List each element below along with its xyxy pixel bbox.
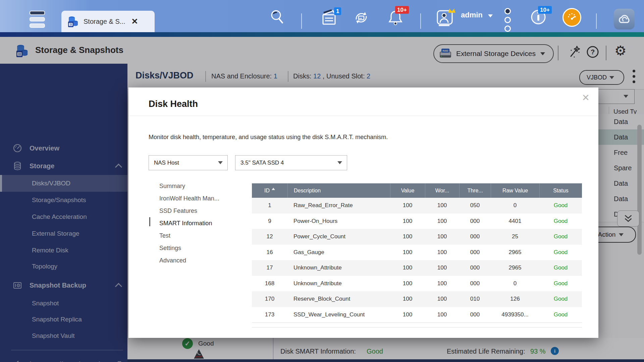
close-icon[interactable]: ✕ xyxy=(582,92,590,103)
nav-active-bar xyxy=(149,217,150,226)
partial-next-row xyxy=(252,322,582,327)
myqnapcloud-icon[interactable] xyxy=(614,9,635,29)
nav-item-ssd-features[interactable]: SSD Features xyxy=(159,205,219,217)
disk-dropdown[interactable]: 3.5" SATA SSD 4 xyxy=(235,155,347,170)
tab-label: Storage & S... xyxy=(84,18,125,25)
resource-monitor-icon[interactable] xyxy=(562,8,581,27)
admin-avatar[interactable] xyxy=(436,9,455,26)
taskbar-divider xyxy=(596,13,597,29)
host-dropdown[interactable]: NAS Host xyxy=(149,155,228,170)
col-worst[interactable]: Wor... xyxy=(425,183,459,198)
nav-item-advanced[interactable]: Advanced xyxy=(159,254,219,267)
table-row[interactable]: 12Power_Cycle_Count10010000025Good xyxy=(252,229,582,245)
search-icon[interactable] xyxy=(268,8,286,25)
alerts-badge: 10+ xyxy=(395,6,409,14)
nav-item-summary[interactable]: Summary xyxy=(159,180,219,192)
table-row[interactable]: 9Power-On_Hours1001000004401Good xyxy=(252,214,582,229)
qts-desktop: Storage & S... ✕ 1 xyxy=(0,0,644,362)
smart-table: ID Description Value Wor... Thre... Raw … xyxy=(252,183,582,322)
storage-snapshots-app-icon xyxy=(66,15,79,28)
table-row[interactable]: 170Reserve_Block_Count100100010126Good xyxy=(252,291,582,307)
dialog-title: Disk Health xyxy=(149,99,198,109)
tasks-badge: 1 xyxy=(334,7,341,15)
admin-label: admin xyxy=(461,11,483,19)
taskbar-divider xyxy=(301,13,302,29)
main-menu-icon[interactable] xyxy=(30,11,45,30)
table-row[interactable]: 1Raw_Read_Error_Rate1001000500Good xyxy=(252,198,582,214)
table-row[interactable]: 173SSD_Wear_Leveling_Count10010000049393… xyxy=(252,307,582,323)
taskbar-divider xyxy=(420,13,421,29)
chevron-down-icon xyxy=(218,161,223,164)
col-status[interactable]: Status xyxy=(539,183,582,198)
chevron-down-icon xyxy=(337,161,342,164)
admin-menu[interactable]: admin xyxy=(461,11,493,19)
nav-item-test[interactable]: Test xyxy=(159,230,219,242)
sort-asc-icon xyxy=(272,188,275,190)
table-row[interactable]: 16Gas_Gauge1001000002965Good xyxy=(252,245,582,260)
more-options-icon[interactable] xyxy=(504,8,511,34)
sync-icon[interactable] xyxy=(352,8,371,27)
col-raw-value[interactable]: Raw Value xyxy=(491,183,539,198)
host-dropdown-value: NAS Host xyxy=(154,160,179,166)
nav-item-ironwolf[interactable]: IronWolf Health Man... xyxy=(159,192,219,205)
dialog-description: Monitor disk health, temperature, and us… xyxy=(149,134,388,141)
info-badge: 10+ xyxy=(538,6,552,14)
nav-item-smart-information[interactable]: SMART Information xyxy=(159,217,219,230)
table-row[interactable]: 17Unknown_Attribute1001000002965Good xyxy=(252,260,582,276)
smart-table-header: ID Description Value Wor... Thre... Raw … xyxy=(252,183,582,198)
col-description[interactable]: Description xyxy=(287,183,390,198)
chevron-down-icon xyxy=(488,14,493,17)
app-tab-storage-snapshots[interactable]: Storage & S... ✕ xyxy=(61,11,155,32)
col-value[interactable]: Value xyxy=(390,183,425,198)
dialog-nav: Summary IronWolf Health Man... SSD Featu… xyxy=(159,180,219,267)
nav-item-settings[interactable]: Settings xyxy=(159,242,219,254)
taskbar: Storage & S... ✕ 1 xyxy=(0,0,644,32)
disk-dropdown-value: 3.5" SATA SSD 4 xyxy=(240,160,284,166)
col-threshold[interactable]: Thre... xyxy=(459,183,491,198)
table-row[interactable]: 168Unknown_Attribute1001000000Good xyxy=(252,276,582,292)
tab-close-icon[interactable]: ✕ xyxy=(131,17,138,25)
dialog-header-divider xyxy=(128,116,598,116)
disk-health-dialog: Disk Health ✕ Monitor disk health, tempe… xyxy=(128,87,598,338)
col-id[interactable]: ID xyxy=(252,183,287,198)
